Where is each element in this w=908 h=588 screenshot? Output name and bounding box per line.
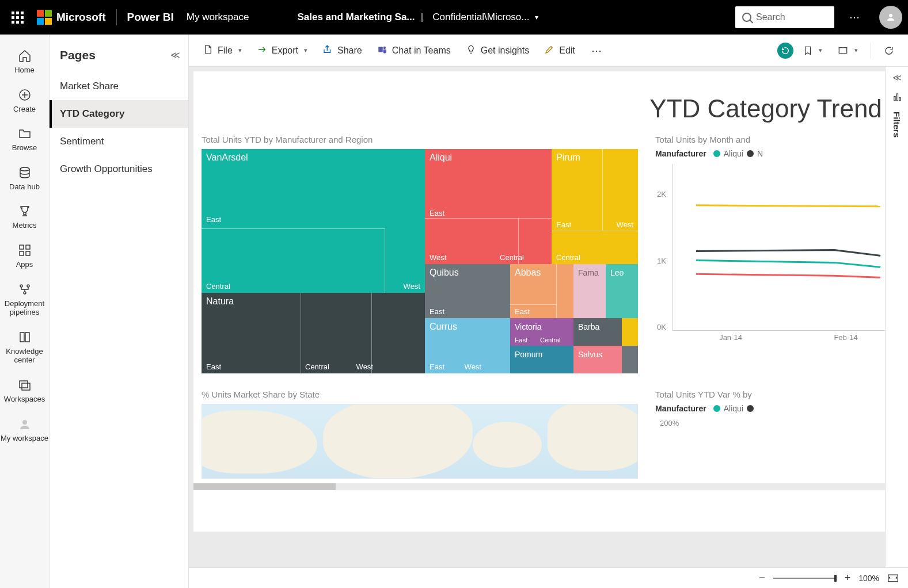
divider — [116, 9, 117, 25]
page-item-growth[interactable]: Growth Opportunities — [50, 155, 188, 183]
zoom-out-button[interactable]: − — [759, 572, 765, 584]
rail-knowledge[interactable]: Knowledge center — [0, 324, 49, 371]
person-icon — [886, 12, 896, 22]
chevron-down-icon: ▾ — [854, 47, 858, 54]
top-bar: Microsoft Power BI My workspace Sales an… — [0, 0, 908, 35]
book-icon — [18, 330, 32, 344]
svg-point-12 — [22, 420, 27, 425]
export-menu[interactable]: Export ▾ — [251, 41, 313, 60]
svg-point-2 — [20, 167, 29, 171]
rail-browse[interactable]: Browse — [0, 120, 49, 158]
teams-button[interactable]: Chat in Teams — [371, 41, 457, 60]
treemap-cell-natura: Natura — [206, 296, 234, 306]
chevron-down-icon: ▾ — [304, 47, 307, 54]
chevron-down-icon: ▾ — [535, 13, 538, 21]
linechart-visual[interactable]: Total Units by Month and Manufacturer Al… — [655, 135, 903, 373]
svg-point-8 — [27, 285, 29, 287]
expand-filters-icon[interactable]: ≪ — [892, 72, 902, 83]
svg-rect-3 — [20, 245, 24, 249]
map-visual[interactable]: % Units Market Share by State — [202, 390, 638, 479]
horizontal-scrollbar[interactable] — [193, 483, 903, 490]
treemap-cell-victoria: Victoria — [515, 322, 541, 331]
view-menu[interactable]: ▾ — [831, 42, 864, 59]
rail-pipelines[interactable]: Deployment pipelines — [0, 276, 49, 323]
refresh-button[interactable] — [878, 42, 900, 59]
linechart-title: Total Units by Month and — [655, 135, 903, 144]
view-icon — [837, 45, 849, 56]
rail-metrics[interactable]: Metrics — [0, 198, 49, 236]
variance-visual[interactable]: Total Units YTD Var % by Manufacturer Al… — [655, 390, 903, 479]
variance-ylabel: 200% — [660, 419, 903, 427]
svg-point-9 — [24, 292, 26, 294]
status-bar: − + 100% — [189, 567, 908, 588]
product-label[interactable]: Power BI — [127, 11, 174, 24]
nav-rail: Home Create Browse Data hub Metrics Apps… — [0, 35, 50, 588]
rail-apps[interactable]: Apps — [0, 237, 49, 275]
trophy-icon — [18, 204, 32, 218]
search-input[interactable]: Search — [735, 6, 834, 28]
home-icon — [18, 49, 32, 63]
file-icon — [203, 44, 213, 57]
rail-datahub[interactable]: Data hub — [0, 159, 49, 197]
export-icon — [257, 44, 267, 57]
person-small-icon — [18, 417, 32, 431]
treemap-cell-vanarsdel: VanArsdel — [206, 152, 248, 162]
report-name-breadcrumb[interactable]: Sales and Marketing Sa... — [297, 12, 415, 23]
svg-rect-11 — [22, 383, 30, 390]
linechart-axis: 2K 1K 0K Jan-14 Feb-14 — [673, 164, 903, 331]
variance-title: Total Units YTD Var % by — [655, 390, 903, 399]
zoom-in-button[interactable]: + — [845, 572, 851, 584]
page-item-market-share[interactable]: Market Share — [50, 72, 188, 100]
edit-button[interactable]: Edit — [538, 41, 581, 60]
pencil-icon — [544, 44, 554, 57]
reset-icon — [781, 46, 790, 55]
filters-pane[interactable]: ≪ Filters — [885, 67, 908, 567]
rail-workspaces[interactable]: Workspaces — [0, 372, 49, 410]
toolbar-more-button[interactable]: ⋯ — [584, 44, 610, 57]
page-item-sentiment[interactable]: Sentiment — [50, 128, 188, 155]
zoom-slider[interactable] — [773, 578, 837, 579]
refresh-icon — [884, 45, 894, 56]
bookmark-menu[interactable]: ▾ — [797, 42, 828, 59]
more-button[interactable]: ⋯ — [842, 11, 868, 24]
treemap-cell-currus: Currus — [430, 322, 457, 331]
treemap-body: VanArsdel East Central West Natura East — [202, 149, 638, 373]
account-avatar[interactable] — [879, 6, 902, 29]
rail-home[interactable]: Home — [0, 43, 49, 81]
workspaces-icon — [18, 378, 32, 392]
microsoft-logo: Microsoft — [37, 10, 106, 25]
insights-button[interactable]: Get insights — [460, 41, 535, 60]
sensitivity-dropdown[interactable]: Confidential\Microso... ▾ — [432, 12, 538, 23]
share-icon — [322, 44, 333, 57]
report-toolbar: File ▾ Export ▾ Share Chat in Teams Get … — [189, 35, 908, 67]
svg-point-7 — [20, 285, 22, 287]
report-canvas: YTD Category Trend A Total Units YTD by … — [193, 71, 903, 532]
app-launcher-button[interactable] — [6, 12, 29, 24]
lightbulb-icon — [466, 44, 476, 57]
rail-create[interactable]: Create — [0, 82, 49, 120]
svg-rect-16 — [894, 97, 895, 101]
microsoft-logo-icon — [37, 10, 52, 25]
svg-rect-13 — [378, 47, 383, 52]
svg-point-14 — [383, 46, 386, 49]
workspace-breadcrumb[interactable]: My workspace — [187, 12, 249, 23]
report-canvas-scroll[interactable]: YTD Category Trend A Total Units YTD by … — [189, 67, 908, 567]
legend-dot — [747, 150, 754, 157]
reset-button[interactable] — [777, 43, 793, 59]
page-item-ytd-category[interactable]: YTD Category — [50, 100, 188, 128]
collapse-pages-button[interactable]: ≪ — [170, 49, 180, 60]
svg-rect-17 — [896, 94, 898, 101]
teams-icon — [377, 44, 387, 57]
treemap-visual[interactable]: Total Units YTD by Manufacturer and Regi… — [202, 135, 638, 373]
file-menu[interactable]: File ▾ — [197, 41, 248, 60]
fit-to-page-icon[interactable] — [887, 574, 899, 583]
pages-panel: Pages ≪ Market Share YTD Category Sentim… — [50, 35, 189, 588]
line-paths — [673, 164, 903, 330]
map-title: % Units Market Share by State — [202, 390, 638, 399]
treemap-cell-quibus: Quibus — [430, 268, 459, 277]
rail-myworkspace[interactable]: My workspace — [0, 411, 49, 449]
share-button[interactable]: Share — [317, 41, 368, 60]
svg-rect-18 — [899, 98, 900, 101]
svg-rect-5 — [20, 251, 24, 255]
folder-icon — [18, 127, 32, 140]
